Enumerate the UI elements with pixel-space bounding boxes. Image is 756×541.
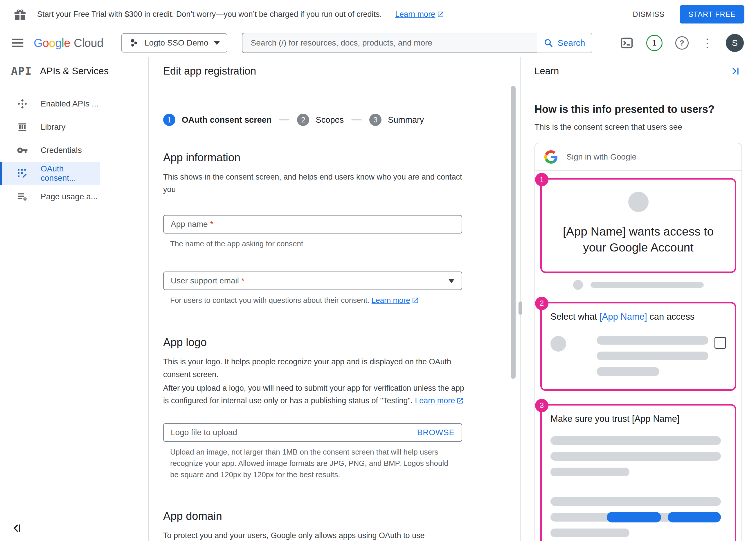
more-vert-icon[interactable]: ⋮ (701, 37, 713, 49)
required-asterisk: * (241, 276, 244, 285)
annotation-badge-1: 1 (535, 173, 548, 186)
account-avatar[interactable]: S (726, 34, 744, 52)
api-product-icon: API (11, 65, 32, 77)
browse-button[interactable]: BROWSE (417, 428, 455, 437)
required-asterisk: * (210, 220, 213, 229)
menu-icon[interactable] (11, 36, 24, 50)
google-cloud-logo[interactable]: Google Cloud (34, 37, 103, 50)
panel-resize-handle[interactable] (519, 301, 522, 315)
placeholder-bar (550, 436, 721, 445)
step-scopes[interactable]: 2 Scopes (297, 114, 344, 126)
annotation-badge-3: 3 (535, 399, 548, 412)
consent-screen-preview: Sign in with Google 1 [App Name] wants a… (534, 143, 742, 541)
vertical-scrollbar[interactable] (511, 86, 516, 379)
annotation-block-3: 3 Make sure you trust [App Name] (540, 404, 736, 541)
placeholder-bar (550, 468, 629, 476)
external-link-icon (412, 297, 419, 304)
placeholder-bar (550, 529, 629, 537)
start-free-button[interactable]: START FREE (680, 5, 744, 24)
learn-subtitle: This is the consent screen that users se… (534, 122, 742, 132)
app-domain-heading: App domain (163, 510, 503, 522)
dropdown-caret-icon (448, 279, 455, 283)
avatar-initial: S (732, 38, 738, 48)
library-icon (17, 122, 28, 133)
step-divider (351, 120, 362, 120)
app-logo-description-2: After you upload a logo, you will need t… (163, 382, 467, 407)
placeholder-bar (597, 336, 708, 344)
search-placeholder: Search (/) for resources, docs, products… (251, 38, 432, 48)
notification-count: 1 (652, 38, 657, 48)
select-access-title: Select what [App Name] can access (550, 311, 726, 322)
sidebar-item-enabled-apis[interactable]: Enabled APIs ... (0, 92, 100, 116)
placeholder-avatar (628, 192, 649, 212)
sidebar-item-page-usage[interactable]: Page usage a... (0, 185, 100, 208)
annotation-block-2: 2 Select what [App Name] can access (540, 302, 736, 391)
oauth-consent-icon (17, 168, 28, 179)
placeholder-link-pill (607, 512, 661, 522)
support-email-helper: For users to contact you with questions … (170, 295, 458, 306)
app-header: Google Cloud Logto SSO Demo Search (/) f… (0, 29, 756, 57)
help-icon[interactable]: ? (675, 36, 689, 50)
learn-panel: Learn How is this info presented to user… (520, 57, 756, 541)
placeholder-circle (550, 336, 566, 351)
placeholder-bar (591, 282, 704, 288)
sidebar-item-oauth-consent[interactable]: OAuth consent... (0, 162, 100, 185)
project-selector[interactable]: Logto SSO Demo (121, 33, 227, 53)
chevron-down-icon (214, 41, 220, 45)
sidebar-title: APIs & Services (40, 66, 109, 77)
placeholder-circle (573, 280, 583, 290)
placeholder-checkbox (714, 337, 726, 349)
search-input[interactable]: Search (/) for resources, docs, products… (242, 33, 537, 53)
gift-icon (13, 8, 27, 21)
app-logo-learn-more-link[interactable]: Learn more (415, 394, 464, 407)
app-logo-heading: App logo (163, 336, 503, 349)
search-icon (543, 38, 553, 48)
project-name: Logto SSO Demo (145, 38, 208, 48)
page-title: Edit app registration (163, 65, 256, 77)
dismiss-button[interactable]: DISMISS (633, 10, 665, 19)
cloud-wordmark: Cloud (74, 37, 103, 50)
spacer (550, 483, 726, 490)
wizard-stepper: 1 OAuth consent screen 2 Scopes 3 Summar… (163, 114, 503, 126)
edit-app-registration-panel: Edit app registration 1 OAuth consent sc… (149, 57, 520, 541)
search-button[interactable]: Search (537, 33, 592, 53)
step-divider (279, 120, 289, 120)
sidebar-item-library[interactable]: Library (0, 116, 100, 139)
app-name-field[interactable]: App name * (163, 215, 462, 234)
notifications-badge[interactable]: 1 (646, 35, 663, 51)
signin-with-google-title: Sign in with Google (566, 152, 636, 162)
external-link-icon (456, 397, 464, 404)
step-summary[interactable]: 3 Summary (369, 114, 424, 126)
project-hexagons-icon (129, 38, 139, 48)
banner-learn-more-link[interactable]: Learn more (395, 10, 444, 19)
external-link-icon (437, 11, 444, 18)
placeholder-bar (597, 351, 708, 360)
app-information-heading: App information (163, 152, 503, 164)
step-oauth-consent-screen[interactable]: 1 OAuth consent screen (163, 114, 271, 126)
apis-services-sidebar: API APIs & Services Enabled APIs ... Lib… (0, 57, 149, 541)
support-email-learn-more-link[interactable]: Learn more (372, 295, 419, 306)
app-domain-description: To protect you and your users, Google on… (163, 529, 458, 541)
placeholder-bar (550, 497, 721, 506)
google-cloud-console: Start your Free Trial with $300 in credi… (0, 0, 756, 541)
cloud-shell-icon[interactable] (620, 36, 633, 50)
app-logo-description-1: This is your logo. It helps people recog… (163, 356, 467, 380)
placeholder-link-pill (668, 512, 721, 522)
placeholder-bar-with-links (550, 513, 726, 522)
page-usage-icon (17, 191, 28, 202)
trust-app-title: Make sure you trust [App Name] (550, 413, 726, 425)
collapse-learn-panel-icon[interactable] (730, 66, 741, 77)
logo-upload-helper: Upload an image, not larger than 1MB on … (170, 446, 458, 480)
sidebar-item-credentials[interactable]: Credentials (0, 139, 100, 162)
app-information-description: This shows in the consent screen, and he… (163, 171, 467, 196)
app-wants-access-text: [App Name] wants access to your Google A… (550, 224, 726, 256)
collapse-sidebar-icon[interactable] (10, 522, 23, 534)
google-g-icon (544, 150, 558, 164)
learn-heading: How is this info presented to users? (534, 103, 742, 116)
user-support-email-select[interactable]: User support email * (163, 271, 462, 290)
annotation-badge-2: 2 (535, 297, 548, 310)
global-search: Search (/) for resources, docs, products… (242, 33, 592, 53)
logo-upload-field[interactable]: Logo file to upload BROWSE (163, 423, 462, 442)
app-name-helper: The name of the app asking for consent (170, 238, 458, 250)
placeholder-account-row (535, 280, 741, 290)
